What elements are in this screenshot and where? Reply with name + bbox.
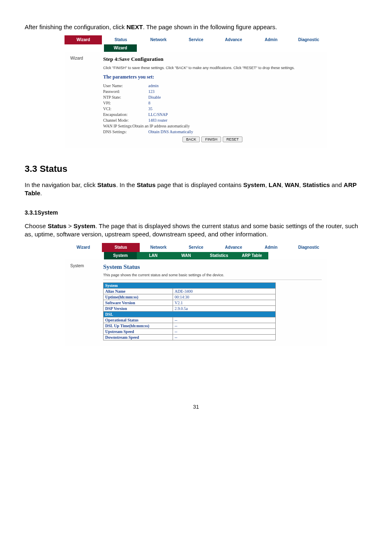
param-row: VCI:35 — [103, 106, 322, 111]
heading-3-3-status: 3.3 Status — [25, 164, 367, 174]
intro-text-1: After finishing the configuration, click — [25, 23, 127, 30]
params-heading: The parameters you set: — [103, 74, 322, 80]
param-label: VCI: — [103, 106, 148, 111]
system-paragraph: Choose Status > System. The page that is… — [25, 222, 367, 238]
param-label: DNS Settings: — [103, 130, 148, 134]
back-button[interactable]: BACK — [182, 136, 200, 142]
nav-item-network[interactable]: Network — [140, 35, 177, 44]
table-cell-label: Uptime(hh:mm:ss) — [104, 294, 173, 300]
screenshot-system-status: WizardStatusNetworkServiceAdvanceAdminDi… — [65, 243, 327, 346]
table-row: DSL Up Time(hh:mm:ss)-- — [104, 323, 276, 329]
param-label: Channel Mode: — [103, 118, 148, 123]
t: . — [40, 190, 42, 197]
left-sidebar: Wizard — [70, 56, 103, 142]
screenshot-wizard-step4: WizardStatusNetworkServiceAdvanceAdminDi… — [65, 35, 327, 148]
param-label: NTP State: — [103, 95, 148, 99]
nav-item-service[interactable]: Service — [177, 35, 214, 44]
nav-item-advance[interactable]: Advance — [215, 243, 252, 252]
param-label: WAN IP Settings: — [103, 124, 132, 128]
top-nav: WizardStatusNetworkServiceAdvanceAdminDi… — [65, 35, 327, 44]
t: Status — [137, 181, 156, 188]
table-cell-value: 2.9.0.5a — [173, 306, 276, 312]
nav-item-diagnostic[interactable]: Diagnostic — [290, 35, 327, 44]
t: page that is displayed contains — [156, 181, 243, 188]
table-group-header: System — [104, 283, 276, 289]
param-value: 35 — [148, 106, 152, 111]
param-value: 8 — [148, 101, 150, 105]
nav-item-network[interactable]: Network — [140, 243, 177, 252]
subnav-tab-wan[interactable]: WAN — [170, 252, 203, 259]
param-label: User Name: — [103, 83, 148, 88]
content-area: System System Status This page shows the… — [65, 259, 327, 346]
heading-3-3-1-system: 3.3.1System — [25, 209, 367, 216]
subnav-tab-lan[interactable]: LAN — [137, 252, 170, 259]
t: . In the — [116, 181, 137, 188]
nav-item-admin[interactable]: Admin — [252, 35, 290, 44]
table-cell-value: ADE-3400 — [173, 289, 276, 294]
sub-nav-left-spacer — [65, 252, 104, 259]
status-paragraph: In the navigation bar, click Status. In … — [25, 181, 367, 197]
nav-item-wizard[interactable]: Wizard — [65, 35, 102, 44]
table-row: Downstream Speed-- — [104, 335, 276, 340]
reset-button[interactable]: RESET — [223, 136, 242, 142]
t: > — [67, 222, 74, 229]
param-value: 1483 router — [148, 118, 167, 123]
nav-item-status[interactable]: Status — [102, 243, 139, 252]
table-row: DSP Version2.9.0.5a — [104, 306, 276, 312]
params-list: User Name:adminPassword:123NTP State:Dis… — [103, 83, 322, 134]
nav-item-service[interactable]: Service — [177, 243, 214, 252]
table-cell-label: Alias Name — [104, 289, 173, 294]
t: , — [265, 181, 268, 188]
intro-paragraph: After finishing the configuration, click… — [25, 23, 367, 31]
param-value: Obtain DNS Automatically — [148, 130, 193, 134]
sub-nav-row: SystemLANWANStatisticsARP Table — [65, 252, 327, 259]
param-row: Encapsulation:LLC/SNAP — [103, 112, 322, 117]
right-content: System Status This page shows the curren… — [103, 264, 322, 340]
table-cell-value: -- — [173, 335, 276, 340]
t: , — [299, 181, 302, 188]
right-content: Step 4:Save Configuration Click "FINISH"… — [103, 56, 322, 142]
top-nav: WizardStatusNetworkServiceAdvanceAdminDi… — [65, 243, 327, 252]
sub-nav-tabs: SystemLANWANStatisticsARP Table — [104, 252, 327, 259]
table-row: Uptime(hh:mm:ss)00:14:30 — [104, 294, 276, 300]
nav-item-admin[interactable]: Admin — [252, 243, 290, 252]
param-value: Disable — [148, 95, 161, 99]
t: Choose — [25, 222, 48, 229]
param-row: Channel Mode:1483 router — [103, 118, 322, 123]
subnav-tab-arp-table[interactable]: ARP Table — [235, 252, 268, 259]
step-title: Step 4:Save Configuration — [103, 56, 322, 62]
param-row: Password:123 — [103, 89, 322, 94]
subnav-tab-wizard[interactable]: Wizard — [104, 44, 137, 52]
nav-item-wizard[interactable]: Wizard — [65, 243, 102, 252]
table-cell-label: Software Version — [104, 300, 173, 306]
subnav-tab-statistics[interactable]: Statistics — [203, 252, 235, 259]
t: and — [330, 181, 344, 188]
param-row: VPI:8 — [103, 101, 322, 105]
nav-item-status[interactable]: Status — [102, 35, 139, 44]
t: , — [281, 181, 285, 188]
step-note: Click "FINISH" to save these settings. C… — [103, 66, 322, 70]
table-cell-value: V2.1 — [173, 300, 276, 306]
t: Statistics — [302, 181, 330, 188]
page-number: 31 — [25, 404, 367, 410]
table-row: Alias NameADE-3400 — [104, 289, 276, 294]
param-label: Password: — [103, 89, 148, 94]
t: Status — [97, 181, 116, 188]
system-status-desc: This page shows the current status and s… — [103, 273, 322, 280]
table-row: Operational Status-- — [104, 317, 276, 323]
param-row: NTP State:Disable — [103, 95, 322, 99]
button-row: BACKFINISHRESET — [103, 136, 322, 142]
nav-item-advance[interactable]: Advance — [215, 35, 252, 44]
param-value: LLC/SNAP — [148, 112, 168, 117]
finish-button[interactable]: FINISH — [201, 136, 221, 142]
param-value: Obtain an IP address automatically — [132, 124, 190, 128]
sub-nav-left-spacer — [65, 44, 104, 52]
table-group-header: DSL — [104, 312, 276, 317]
nav-item-diagnostic[interactable]: Diagnostic — [290, 243, 327, 252]
t: System — [74, 222, 95, 229]
param-row: User Name:admin — [103, 83, 322, 88]
table-cell-value: -- — [173, 323, 276, 329]
subnav-tab-system[interactable]: System — [104, 252, 137, 259]
intro-bold: NEXT — [127, 23, 143, 30]
t: WAN — [285, 181, 299, 188]
